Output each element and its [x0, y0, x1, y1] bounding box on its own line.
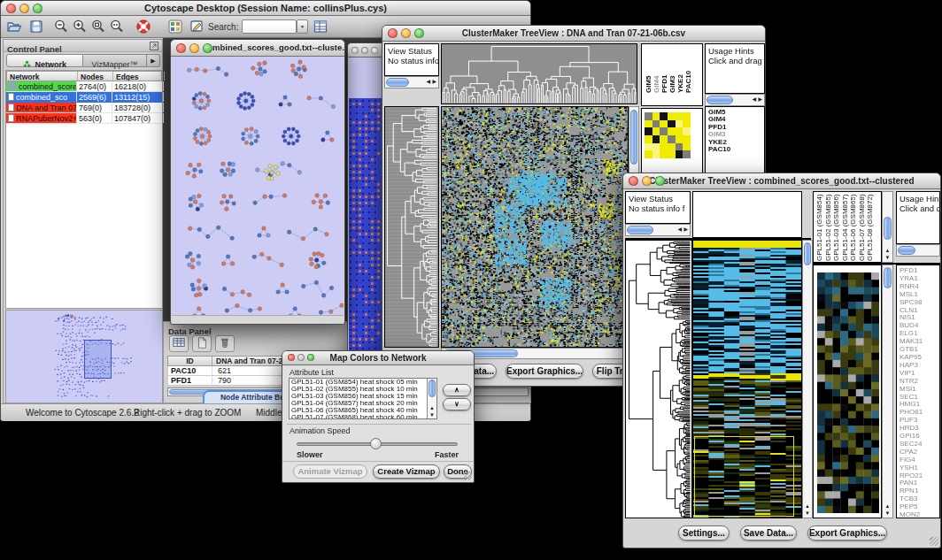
- animate-vizmap-button[interactable]: Animate Vizmap: [293, 464, 367, 479]
- annotation-icon[interactable]: [189, 19, 205, 35]
- zoom-fit-icon[interactable]: [109, 19, 125, 35]
- new-attribute-button[interactable]: [192, 335, 212, 352]
- attribute-select-button[interactable]: [169, 335, 189, 352]
- animation-slider-thumb[interactable]: [370, 438, 382, 449]
- attribute-list-item[interactable]: GPL51-07 (GSM868) heat shock 60 min: [290, 414, 426, 419]
- tv2-status-hscroll-thumb[interactable]: [627, 226, 653, 234]
- attribute-list-vscrollbar[interactable]: ▲▼: [427, 379, 436, 418]
- open-folder-icon[interactable]: [6, 19, 22, 35]
- network2-titlebar[interactable]: [348, 43, 382, 58]
- network-table-row[interactable]: RNAPuberNov2+! 563(0) 107847(0): [6, 113, 162, 124]
- save-icon[interactable]: [28, 19, 44, 35]
- treeview1-titlebar[interactable]: ClusterMaker TreeView : DNA and Tran 07-…: [382, 26, 765, 42]
- dense-network-canvas[interactable]: [348, 58, 382, 371]
- tv2-row-dendrogram[interactable]: [625, 240, 692, 518]
- tv1-column-dendrogram[interactable]: [441, 43, 637, 104]
- network-edges-count: 183728(0): [112, 103, 164, 112]
- minimize-button[interactable]: [361, 47, 368, 54]
- minimize-button[interactable]: [189, 43, 199, 53]
- minimize-button[interactable]: [401, 28, 411, 38]
- tv2-hints-hscroll-thumb[interactable]: [898, 246, 915, 255]
- delete-attribute-trash-icon[interactable]: [215, 335, 235, 352]
- dialog-titlebar[interactable]: Map Colors to Network: [282, 351, 474, 365]
- tv2-global-heatmap[interactable]: [692, 240, 802, 518]
- network1-titlebar[interactable]: combined_scores_good.txt--cluste...: [171, 40, 344, 57]
- tv2-export-graphics-button[interactable]: Export Graphics...: [807, 525, 887, 541]
- close-button[interactable]: [176, 43, 186, 53]
- tv2-status-hscrollbar[interactable]: ◀▶: [625, 224, 691, 236]
- attribute-table-icon[interactable]: [313, 19, 328, 35]
- tv2-zoom-heatmap[interactable]: [813, 265, 882, 518]
- move-up-button[interactable]: ∧: [443, 384, 471, 396]
- zoom-button[interactable]: [203, 43, 212, 53]
- dialog-resize-grip[interactable]: [463, 472, 472, 480]
- zoom-button[interactable]: [655, 176, 665, 186]
- attribute-list-label: Attribute List: [290, 368, 334, 377]
- minimize-button[interactable]: [19, 4, 29, 13]
- tv1-heatmap[interactable]: [441, 106, 629, 348]
- tv1-hints-hscroll-thumb[interactable]: [706, 96, 733, 104]
- network-table-body: combined_scores 2764(0) 16218(0) combine…: [6, 81, 162, 124]
- search-dropdown-button[interactable]: ▼: [297, 19, 308, 34]
- zoom-button[interactable]: [414, 28, 424, 38]
- tv2-column-dendrogram-area[interactable]: [692, 191, 802, 238]
- treeview2-titlebar[interactable]: ClusterMaker TreeView : combined_scores_…: [623, 173, 940, 189]
- tv1-row-dendrogram[interactable]: [384, 106, 439, 348]
- float-panel-icon[interactable]: [150, 42, 158, 50]
- tv2-column-label: GPL51-01 (GSM854): [815, 193, 824, 261]
- help-lifebuoy-icon[interactable]: [135, 19, 151, 35]
- overview-grid-icon[interactable]: [167, 19, 183, 35]
- data-row-id: PFD1: [168, 376, 212, 385]
- tv2-zoom-vscrollbar[interactable]: ▲▼: [882, 265, 893, 518]
- zoom-button[interactable]: [371, 47, 378, 54]
- close-button[interactable]: [629, 176, 638, 186]
- attribute-listbox[interactable]: GPL51-01 (GSM854) heat shock 05 minGPL51…: [289, 378, 437, 419]
- data-col-id[interactable]: ID: [168, 357, 212, 365]
- tab-overflow-button[interactable]: ▶: [147, 54, 160, 67]
- close-button[interactable]: [351, 47, 359, 54]
- tv1-hints-hscrollbar[interactable]: ◀▶: [705, 94, 765, 106]
- tv1-view-status: View Status No status info f: [384, 43, 439, 76]
- tv2-gene-label[interactable]: MON2: [900, 511, 939, 518]
- zoom-selected-icon[interactable]: [90, 19, 106, 35]
- minimize-button[interactable]: [297, 354, 305, 361]
- tv2-collabel-vscroll-thumb[interactable]: [884, 217, 892, 240]
- col-nodes[interactable]: Nodes: [78, 72, 113, 81]
- zoom-button[interactable]: [307, 354, 314, 361]
- tv2-collabel-vscrollbar[interactable]: ▲▼: [882, 191, 893, 263]
- search-input[interactable]: [242, 19, 297, 34]
- minimize-button[interactable]: [642, 176, 652, 186]
- tv2-hints-hscrollbar[interactable]: [896, 244, 940, 257]
- zoom-button[interactable]: [33, 4, 42, 13]
- col-edges[interactable]: Edges: [113, 72, 165, 81]
- move-down-button[interactable]: ∨: [443, 398, 471, 410]
- network-graph-canvas[interactable]: [172, 57, 344, 315]
- tv1-vscroll-thumb[interactable]: [630, 110, 637, 165]
- tv2-save-data-button[interactable]: Save Data...: [740, 525, 797, 541]
- tv1-export-graphics-button[interactable]: Export Graphics...: [506, 364, 583, 379]
- create-vizmap-button[interactable]: Create Vizmap: [373, 464, 440, 479]
- tv2-global-vscroll-thumb[interactable]: [804, 242, 811, 265]
- network-overview-canvas[interactable]: [6, 311, 162, 403]
- attribute-list-vscroll-thumb[interactable]: [429, 380, 436, 397]
- close-button[interactable]: [388, 28, 398, 38]
- tv2-resize-grip[interactable]: [930, 537, 938, 546]
- tv2-settings-button[interactable]: Settings...: [678, 525, 730, 541]
- tv1-correlation-matrix[interactable]: [645, 112, 691, 158]
- tab-network[interactable]: Network: [6, 54, 83, 67]
- network-table-row[interactable]: combined_scores 2764(0) 16218(0): [6, 81, 162, 92]
- close-button[interactable]: [6, 4, 16, 13]
- zoom-in-icon[interactable]: [72, 19, 88, 35]
- tv2-zoom-vscroll-thumb[interactable]: [884, 267, 892, 288]
- tv1-status-hscroll-thumb[interactable]: [386, 78, 409, 87]
- network-table-row[interactable]: combined_sco 2569(6) 13112(15): [6, 92, 162, 103]
- network-table-row[interactable]: DNA and Tran 07 769(0) 183728(0): [6, 103, 162, 113]
- tv2-global-vscrollbar[interactable]: ▲▼: [802, 240, 813, 518]
- zoom-out-icon[interactable]: [53, 19, 69, 35]
- close-button[interactable]: [288, 354, 295, 361]
- col-network[interactable]: Network: [7, 72, 78, 81]
- tv1-status-hscrollbar[interactable]: ◀▶: [384, 76, 439, 88]
- tab-vizmapper[interactable]: VizMapper™: [83, 54, 147, 67]
- network-nodes-count: 563(0): [77, 113, 112, 123]
- main-titlebar[interactable]: Cytoscape Desktop (Session Name: collins…: [1, 1, 530, 16]
